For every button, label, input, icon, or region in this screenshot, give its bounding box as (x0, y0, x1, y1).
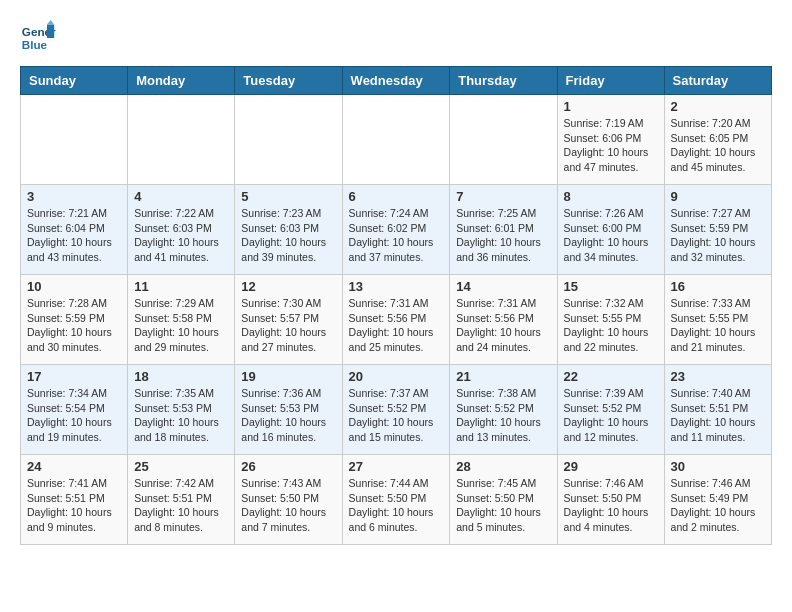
day-info: Sunrise: 7:19 AM Sunset: 6:06 PM Dayligh… (564, 116, 658, 175)
calendar-day-cell: 5Sunrise: 7:23 AM Sunset: 6:03 PM Daylig… (235, 185, 342, 275)
weekday-header-friday: Friday (557, 67, 664, 95)
calendar-day-cell: 19Sunrise: 7:36 AM Sunset: 5:53 PM Dayli… (235, 365, 342, 455)
calendar-day-cell (128, 95, 235, 185)
calendar-day-cell (342, 95, 450, 185)
day-number: 23 (671, 369, 765, 384)
day-info: Sunrise: 7:44 AM Sunset: 5:50 PM Dayligh… (349, 476, 444, 535)
calendar-table: SundayMondayTuesdayWednesdayThursdayFrid… (20, 66, 772, 545)
day-info: Sunrise: 7:32 AM Sunset: 5:55 PM Dayligh… (564, 296, 658, 355)
day-number: 6 (349, 189, 444, 204)
calendar-day-cell: 2Sunrise: 7:20 AM Sunset: 6:05 PM Daylig… (664, 95, 771, 185)
day-number: 29 (564, 459, 658, 474)
calendar-day-cell: 8Sunrise: 7:26 AM Sunset: 6:00 PM Daylig… (557, 185, 664, 275)
calendar-day-cell: 29Sunrise: 7:46 AM Sunset: 5:50 PM Dayli… (557, 455, 664, 545)
day-info: Sunrise: 7:28 AM Sunset: 5:59 PM Dayligh… (27, 296, 121, 355)
day-info: Sunrise: 7:42 AM Sunset: 5:51 PM Dayligh… (134, 476, 228, 535)
day-info: Sunrise: 7:46 AM Sunset: 5:50 PM Dayligh… (564, 476, 658, 535)
calendar-day-cell: 11Sunrise: 7:29 AM Sunset: 5:58 PM Dayli… (128, 275, 235, 365)
calendar-week-row: 24Sunrise: 7:41 AM Sunset: 5:51 PM Dayli… (21, 455, 772, 545)
day-number: 19 (241, 369, 335, 384)
day-number: 10 (27, 279, 121, 294)
day-info: Sunrise: 7:31 AM Sunset: 5:56 PM Dayligh… (349, 296, 444, 355)
svg-text:Blue: Blue (22, 38, 48, 51)
calendar-day-cell: 13Sunrise: 7:31 AM Sunset: 5:56 PM Dayli… (342, 275, 450, 365)
day-info: Sunrise: 7:33 AM Sunset: 5:55 PM Dayligh… (671, 296, 765, 355)
day-number: 16 (671, 279, 765, 294)
weekday-header-monday: Monday (128, 67, 235, 95)
day-number: 11 (134, 279, 228, 294)
day-number: 2 (671, 99, 765, 114)
day-number: 8 (564, 189, 658, 204)
day-info: Sunrise: 7:29 AM Sunset: 5:58 PM Dayligh… (134, 296, 228, 355)
day-info: Sunrise: 7:23 AM Sunset: 6:03 PM Dayligh… (241, 206, 335, 265)
calendar-day-cell: 25Sunrise: 7:42 AM Sunset: 5:51 PM Dayli… (128, 455, 235, 545)
svg-marker-2 (47, 25, 54, 39)
day-info: Sunrise: 7:20 AM Sunset: 6:05 PM Dayligh… (671, 116, 765, 175)
calendar-day-cell: 4Sunrise: 7:22 AM Sunset: 6:03 PM Daylig… (128, 185, 235, 275)
page-header: General Blue (20, 20, 772, 56)
day-number: 15 (564, 279, 658, 294)
calendar-day-cell: 15Sunrise: 7:32 AM Sunset: 5:55 PM Dayli… (557, 275, 664, 365)
day-number: 28 (456, 459, 550, 474)
calendar-day-cell: 14Sunrise: 7:31 AM Sunset: 5:56 PM Dayli… (450, 275, 557, 365)
day-number: 5 (241, 189, 335, 204)
day-info: Sunrise: 7:26 AM Sunset: 6:00 PM Dayligh… (564, 206, 658, 265)
calendar-day-cell: 10Sunrise: 7:28 AM Sunset: 5:59 PM Dayli… (21, 275, 128, 365)
day-number: 14 (456, 279, 550, 294)
day-info: Sunrise: 7:46 AM Sunset: 5:49 PM Dayligh… (671, 476, 765, 535)
day-number: 3 (27, 189, 121, 204)
day-info: Sunrise: 7:41 AM Sunset: 5:51 PM Dayligh… (27, 476, 121, 535)
day-number: 27 (349, 459, 444, 474)
calendar-day-cell: 7Sunrise: 7:25 AM Sunset: 6:01 PM Daylig… (450, 185, 557, 275)
calendar-day-cell: 17Sunrise: 7:34 AM Sunset: 5:54 PM Dayli… (21, 365, 128, 455)
svg-marker-3 (47, 20, 54, 25)
logo-icon: General Blue (20, 20, 56, 56)
day-number: 22 (564, 369, 658, 384)
calendar-week-row: 1Sunrise: 7:19 AM Sunset: 6:06 PM Daylig… (21, 95, 772, 185)
day-number: 13 (349, 279, 444, 294)
day-info: Sunrise: 7:35 AM Sunset: 5:53 PM Dayligh… (134, 386, 228, 445)
weekday-header-wednesday: Wednesday (342, 67, 450, 95)
day-info: Sunrise: 7:40 AM Sunset: 5:51 PM Dayligh… (671, 386, 765, 445)
calendar-day-cell: 1Sunrise: 7:19 AM Sunset: 6:06 PM Daylig… (557, 95, 664, 185)
calendar-day-cell: 9Sunrise: 7:27 AM Sunset: 5:59 PM Daylig… (664, 185, 771, 275)
day-number: 9 (671, 189, 765, 204)
calendar-header-row: SundayMondayTuesdayWednesdayThursdayFrid… (21, 67, 772, 95)
calendar-day-cell: 3Sunrise: 7:21 AM Sunset: 6:04 PM Daylig… (21, 185, 128, 275)
day-number: 30 (671, 459, 765, 474)
day-info: Sunrise: 7:34 AM Sunset: 5:54 PM Dayligh… (27, 386, 121, 445)
calendar-day-cell: 22Sunrise: 7:39 AM Sunset: 5:52 PM Dayli… (557, 365, 664, 455)
day-info: Sunrise: 7:30 AM Sunset: 5:57 PM Dayligh… (241, 296, 335, 355)
logo: General Blue (20, 20, 60, 56)
calendar-week-row: 10Sunrise: 7:28 AM Sunset: 5:59 PM Dayli… (21, 275, 772, 365)
weekday-header-thursday: Thursday (450, 67, 557, 95)
calendar-day-cell: 20Sunrise: 7:37 AM Sunset: 5:52 PM Dayli… (342, 365, 450, 455)
weekday-header-saturday: Saturday (664, 67, 771, 95)
calendar-week-row: 17Sunrise: 7:34 AM Sunset: 5:54 PM Dayli… (21, 365, 772, 455)
day-info: Sunrise: 7:43 AM Sunset: 5:50 PM Dayligh… (241, 476, 335, 535)
day-info: Sunrise: 7:45 AM Sunset: 5:50 PM Dayligh… (456, 476, 550, 535)
day-info: Sunrise: 7:27 AM Sunset: 5:59 PM Dayligh… (671, 206, 765, 265)
calendar-day-cell: 24Sunrise: 7:41 AM Sunset: 5:51 PM Dayli… (21, 455, 128, 545)
weekday-header-sunday: Sunday (21, 67, 128, 95)
calendar-day-cell: 12Sunrise: 7:30 AM Sunset: 5:57 PM Dayli… (235, 275, 342, 365)
calendar-day-cell: 26Sunrise: 7:43 AM Sunset: 5:50 PM Dayli… (235, 455, 342, 545)
day-info: Sunrise: 7:31 AM Sunset: 5:56 PM Dayligh… (456, 296, 550, 355)
calendar-day-cell (450, 95, 557, 185)
day-number: 4 (134, 189, 228, 204)
calendar-day-cell: 16Sunrise: 7:33 AM Sunset: 5:55 PM Dayli… (664, 275, 771, 365)
day-number: 17 (27, 369, 121, 384)
day-info: Sunrise: 7:37 AM Sunset: 5:52 PM Dayligh… (349, 386, 444, 445)
day-info: Sunrise: 7:38 AM Sunset: 5:52 PM Dayligh… (456, 386, 550, 445)
weekday-header-tuesday: Tuesday (235, 67, 342, 95)
calendar-day-cell: 30Sunrise: 7:46 AM Sunset: 5:49 PM Dayli… (664, 455, 771, 545)
calendar-day-cell: 21Sunrise: 7:38 AM Sunset: 5:52 PM Dayli… (450, 365, 557, 455)
calendar-day-cell: 18Sunrise: 7:35 AM Sunset: 5:53 PM Dayli… (128, 365, 235, 455)
day-number: 21 (456, 369, 550, 384)
day-number: 20 (349, 369, 444, 384)
calendar-day-cell: 23Sunrise: 7:40 AM Sunset: 5:51 PM Dayli… (664, 365, 771, 455)
day-info: Sunrise: 7:25 AM Sunset: 6:01 PM Dayligh… (456, 206, 550, 265)
day-number: 24 (27, 459, 121, 474)
day-number: 12 (241, 279, 335, 294)
day-info: Sunrise: 7:24 AM Sunset: 6:02 PM Dayligh… (349, 206, 444, 265)
